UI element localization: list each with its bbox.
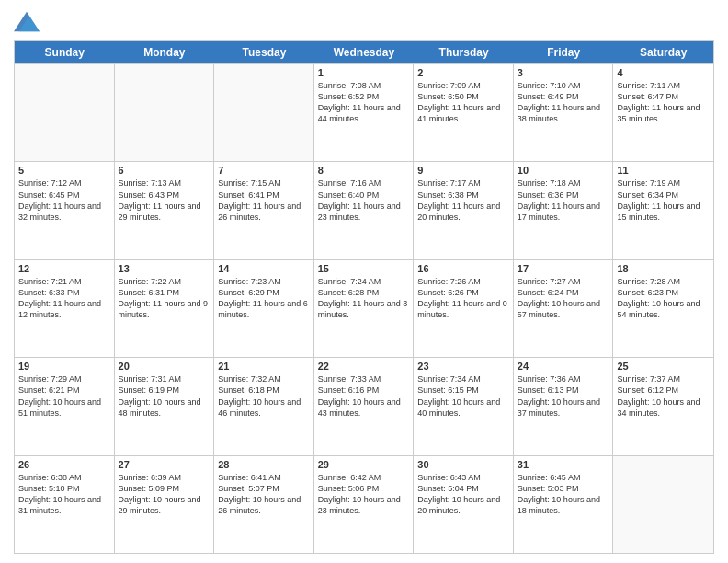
day-info: Sunrise: 7:28 AM Sunset: 6:23 PM Dayligh… bbox=[617, 276, 710, 321]
day-info: Sunrise: 6:39 AM Sunset: 5:09 PM Dayligh… bbox=[119, 472, 210, 517]
calendar-cell: 5Sunrise: 7:12 AM Sunset: 6:45 PM Daylig… bbox=[15, 162, 115, 259]
calendar-cell bbox=[15, 64, 115, 161]
calendar-cell: 14Sunrise: 7:23 AM Sunset: 6:29 PM Dayli… bbox=[214, 260, 314, 357]
weekday-header: Friday bbox=[514, 41, 614, 63]
day-info: Sunrise: 7:21 AM Sunset: 6:33 PM Dayligh… bbox=[18, 276, 110, 321]
calendar-cell: 9Sunrise: 7:17 AM Sunset: 6:38 PM Daylig… bbox=[414, 162, 514, 259]
day-number: 4 bbox=[617, 67, 710, 78]
day-number: 17 bbox=[518, 263, 609, 274]
day-number: 6 bbox=[119, 165, 210, 176]
calendar-cell: 7Sunrise: 7:15 AM Sunset: 6:41 PM Daylig… bbox=[214, 162, 314, 259]
calendar-cell: 29Sunrise: 6:42 AM Sunset: 5:06 PM Dayli… bbox=[314, 456, 415, 553]
day-info: Sunrise: 7:24 AM Sunset: 6:28 PM Dayligh… bbox=[318, 276, 410, 321]
calendar-week: 5Sunrise: 7:12 AM Sunset: 6:45 PM Daylig… bbox=[15, 161, 713, 259]
calendar-cell bbox=[115, 64, 215, 161]
calendar-cell: 15Sunrise: 7:24 AM Sunset: 6:28 PM Dayli… bbox=[314, 260, 415, 357]
day-number: 13 bbox=[119, 263, 210, 274]
weekday-header: Saturday bbox=[613, 41, 713, 63]
calendar-cell: 4Sunrise: 7:11 AM Sunset: 6:47 PM Daylig… bbox=[613, 64, 713, 161]
day-info: Sunrise: 7:09 AM Sunset: 6:50 PM Dayligh… bbox=[417, 80, 509, 125]
day-info: Sunrise: 7:29 AM Sunset: 6:21 PM Dayligh… bbox=[18, 373, 110, 419]
day-info: Sunrise: 7:26 AM Sunset: 6:26 PM Dayligh… bbox=[417, 276, 509, 321]
day-number: 29 bbox=[318, 459, 410, 470]
day-info: Sunrise: 7:18 AM Sunset: 6:36 PM Dayligh… bbox=[518, 178, 609, 223]
day-number: 20 bbox=[119, 361, 210, 372]
calendar-cell: 2Sunrise: 7:09 AM Sunset: 6:50 PM Daylig… bbox=[414, 64, 514, 161]
calendar-cell: 8Sunrise: 7:16 AM Sunset: 6:40 PM Daylig… bbox=[314, 162, 415, 259]
day-info: Sunrise: 7:23 AM Sunset: 6:29 PM Dayligh… bbox=[218, 276, 310, 321]
logo bbox=[14, 9, 43, 35]
calendar-body: 1Sunrise: 7:08 AM Sunset: 6:52 PM Daylig… bbox=[15, 63, 713, 553]
day-info: Sunrise: 7:15 AM Sunset: 6:41 PM Dayligh… bbox=[218, 178, 310, 223]
day-number: 12 bbox=[18, 263, 110, 274]
calendar-cell: 22Sunrise: 7:33 AM Sunset: 6:16 PM Dayli… bbox=[314, 358, 415, 454]
day-number: 2 bbox=[417, 67, 509, 78]
day-info: Sunrise: 6:43 AM Sunset: 5:04 PM Dayligh… bbox=[417, 472, 509, 517]
day-info: Sunrise: 7:16 AM Sunset: 6:40 PM Dayligh… bbox=[318, 178, 410, 223]
calendar-cell: 27Sunrise: 6:39 AM Sunset: 5:09 PM Dayli… bbox=[115, 456, 215, 553]
calendar-cell: 23Sunrise: 7:34 AM Sunset: 6:15 PM Dayli… bbox=[414, 358, 514, 454]
day-info: Sunrise: 6:42 AM Sunset: 5:06 PM Dayligh… bbox=[318, 472, 410, 517]
calendar-cell: 11Sunrise: 7:19 AM Sunset: 6:34 PM Dayli… bbox=[613, 162, 713, 259]
day-info: Sunrise: 7:32 AM Sunset: 6:18 PM Dayligh… bbox=[218, 373, 310, 419]
calendar-cell: 6Sunrise: 7:13 AM Sunset: 6:43 PM Daylig… bbox=[115, 162, 215, 259]
day-number: 27 bbox=[119, 459, 210, 470]
calendar-cell bbox=[613, 456, 713, 553]
day-info: Sunrise: 7:11 AM Sunset: 6:47 PM Dayligh… bbox=[617, 80, 710, 125]
calendar: SundayMondayTuesdayWednesdayThursdayFrid… bbox=[14, 40, 714, 554]
day-number: 15 bbox=[318, 263, 410, 274]
calendar-cell: 26Sunrise: 6:38 AM Sunset: 5:10 PM Dayli… bbox=[15, 456, 115, 553]
calendar-cell: 18Sunrise: 7:28 AM Sunset: 6:23 PM Dayli… bbox=[613, 260, 713, 357]
day-info: Sunrise: 7:10 AM Sunset: 6:49 PM Dayligh… bbox=[518, 80, 609, 125]
calendar-cell: 24Sunrise: 7:36 AM Sunset: 6:13 PM Dayli… bbox=[514, 358, 614, 454]
day-info: Sunrise: 7:19 AM Sunset: 6:34 PM Dayligh… bbox=[617, 178, 710, 223]
day-number: 1 bbox=[318, 67, 410, 78]
day-number: 10 bbox=[518, 165, 609, 176]
day-number: 3 bbox=[518, 67, 609, 78]
weekday-header: Wednesday bbox=[314, 41, 415, 63]
day-info: Sunrise: 6:38 AM Sunset: 5:10 PM Dayligh… bbox=[18, 472, 110, 517]
day-number: 25 bbox=[617, 361, 710, 372]
day-number: 18 bbox=[617, 263, 710, 274]
day-info: Sunrise: 6:45 AM Sunset: 5:03 PM Dayligh… bbox=[518, 472, 609, 517]
day-number: 19 bbox=[18, 361, 110, 372]
day-info: Sunrise: 7:37 AM Sunset: 6:12 PM Dayligh… bbox=[617, 373, 710, 419]
day-number: 7 bbox=[218, 165, 310, 176]
day-info: Sunrise: 7:36 AM Sunset: 6:13 PM Dayligh… bbox=[518, 373, 609, 419]
day-number: 24 bbox=[518, 361, 609, 372]
day-number: 22 bbox=[318, 361, 410, 372]
weekday-header: Monday bbox=[115, 41, 215, 63]
calendar-week: 26Sunrise: 6:38 AM Sunset: 5:10 PM Dayli… bbox=[15, 455, 713, 553]
day-number: 28 bbox=[218, 459, 310, 470]
calendar-week: 12Sunrise: 7:21 AM Sunset: 6:33 PM Dayli… bbox=[15, 259, 713, 357]
day-info: Sunrise: 7:22 AM Sunset: 6:31 PM Dayligh… bbox=[119, 276, 210, 321]
calendar-week: 19Sunrise: 7:29 AM Sunset: 6:21 PM Dayli… bbox=[15, 357, 713, 454]
day-number: 5 bbox=[18, 165, 110, 176]
day-number: 31 bbox=[518, 459, 609, 470]
day-info: Sunrise: 6:41 AM Sunset: 5:07 PM Dayligh… bbox=[218, 472, 310, 517]
day-number: 23 bbox=[417, 361, 509, 372]
weekday-header: Thursday bbox=[414, 41, 514, 63]
calendar-cell: 20Sunrise: 7:31 AM Sunset: 6:19 PM Dayli… bbox=[115, 358, 215, 454]
calendar-cell: 17Sunrise: 7:27 AM Sunset: 6:24 PM Dayli… bbox=[514, 260, 614, 357]
calendar-cell: 25Sunrise: 7:37 AM Sunset: 6:12 PM Dayli… bbox=[613, 358, 713, 454]
day-number: 26 bbox=[18, 459, 110, 470]
header bbox=[14, 9, 714, 35]
calendar-cell: 13Sunrise: 7:22 AM Sunset: 6:31 PM Dayli… bbox=[115, 260, 215, 357]
day-number: 11 bbox=[617, 165, 710, 176]
calendar-cell: 31Sunrise: 6:45 AM Sunset: 5:03 PM Dayli… bbox=[514, 456, 614, 553]
calendar-cell: 21Sunrise: 7:32 AM Sunset: 6:18 PM Dayli… bbox=[214, 358, 314, 454]
day-number: 8 bbox=[318, 165, 410, 176]
day-info: Sunrise: 7:12 AM Sunset: 6:45 PM Dayligh… bbox=[18, 178, 110, 223]
calendar-cell: 10Sunrise: 7:18 AM Sunset: 6:36 PM Dayli… bbox=[514, 162, 614, 259]
calendar-cell: 30Sunrise: 6:43 AM Sunset: 5:04 PM Dayli… bbox=[414, 456, 514, 553]
page: SundayMondayTuesdayWednesdayThursdayFrid… bbox=[0, 0, 728, 563]
day-number: 30 bbox=[417, 459, 509, 470]
day-number: 16 bbox=[417, 263, 509, 274]
calendar-cell: 3Sunrise: 7:10 AM Sunset: 6:49 PM Daylig… bbox=[514, 64, 614, 161]
day-info: Sunrise: 7:31 AM Sunset: 6:19 PM Dayligh… bbox=[119, 373, 210, 419]
day-number: 21 bbox=[218, 361, 310, 372]
calendar-cell: 1Sunrise: 7:08 AM Sunset: 6:52 PM Daylig… bbox=[314, 64, 415, 161]
calendar-cell: 16Sunrise: 7:26 AM Sunset: 6:26 PM Dayli… bbox=[414, 260, 514, 357]
calendar-cell: 28Sunrise: 6:41 AM Sunset: 5:07 PM Dayli… bbox=[214, 456, 314, 553]
